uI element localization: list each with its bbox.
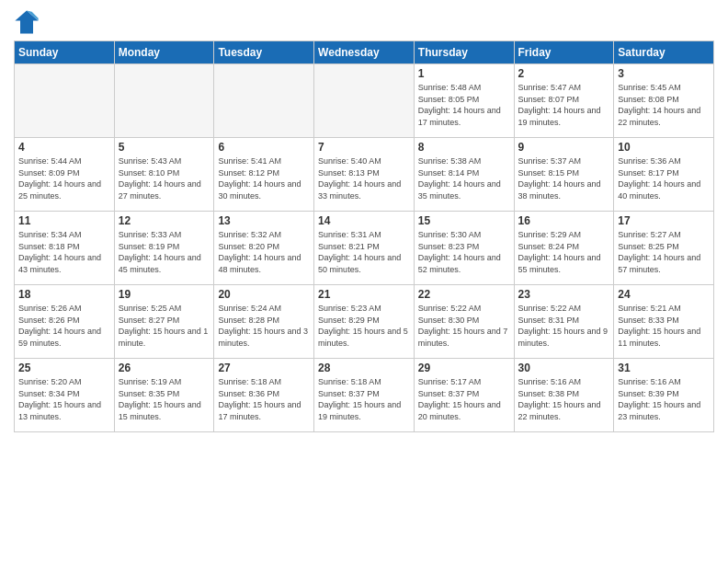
day-info: Sunrise: 5:32 AM Sunset: 8:20 PM Dayligh… <box>218 229 310 275</box>
day-number: 14 <box>318 214 410 227</box>
day-number: 4 <box>18 141 110 154</box>
day-info: Sunrise: 5:29 AM Sunset: 8:24 PM Dayligh… <box>518 229 610 275</box>
col-header-wednesday: Wednesday <box>314 41 415 64</box>
day-number: 7 <box>318 141 410 154</box>
day-info: Sunrise: 5:36 AM Sunset: 8:17 PM Dayligh… <box>618 155 710 201</box>
day-number: 21 <box>318 288 410 301</box>
day-info: Sunrise: 5:23 AM Sunset: 8:29 PM Dayligh… <box>318 303 410 349</box>
col-header-monday: Monday <box>114 41 214 64</box>
calendar-cell: 19Sunrise: 5:25 AM Sunset: 8:27 PM Dayli… <box>114 285 214 359</box>
calendar-cell <box>214 64 314 138</box>
week-row-4: 18Sunrise: 5:26 AM Sunset: 8:26 PM Dayli… <box>15 285 714 359</box>
day-info: Sunrise: 5:18 AM Sunset: 8:36 PM Dayligh… <box>218 376 310 422</box>
day-info: Sunrise: 5:24 AM Sunset: 8:28 PM Dayligh… <box>218 303 310 349</box>
col-header-thursday: Thursday <box>414 41 514 64</box>
calendar-cell: 21Sunrise: 5:23 AM Sunset: 8:29 PM Dayli… <box>314 285 415 359</box>
calendar-cell: 14Sunrise: 5:31 AM Sunset: 8:21 PM Dayli… <box>314 212 415 285</box>
calendar-table: SundayMondayTuesdayWednesdayThursdayFrid… <box>14 40 714 432</box>
calendar-cell: 7Sunrise: 5:40 AM Sunset: 8:13 PM Daylig… <box>314 138 415 212</box>
day-info: Sunrise: 5:25 AM Sunset: 8:27 PM Dayligh… <box>119 303 210 349</box>
day-number: 9 <box>518 141 610 154</box>
day-number: 30 <box>518 362 610 374</box>
calendar-cell: 3Sunrise: 5:45 AM Sunset: 8:08 PM Daylig… <box>614 64 714 138</box>
calendar-cell <box>15 64 115 138</box>
day-info: Sunrise: 5:38 AM Sunset: 8:14 PM Dayligh… <box>418 155 510 201</box>
day-number: 24 <box>618 288 710 301</box>
page: SundayMondayTuesdayWednesdayThursdayFrid… <box>0 0 728 563</box>
calendar-cell: 12Sunrise: 5:33 AM Sunset: 8:19 PM Dayli… <box>114 212 214 285</box>
day-number: 29 <box>418 362 510 374</box>
calendar-cell: 20Sunrise: 5:24 AM Sunset: 8:28 PM Dayli… <box>214 285 314 359</box>
calendar-cell: 16Sunrise: 5:29 AM Sunset: 8:24 PM Dayli… <box>514 212 614 285</box>
calendar-cell: 6Sunrise: 5:41 AM Sunset: 8:12 PM Daylig… <box>214 138 314 212</box>
day-info: Sunrise: 5:30 AM Sunset: 8:23 PM Dayligh… <box>418 229 510 275</box>
calendar-cell: 13Sunrise: 5:32 AM Sunset: 8:20 PM Dayli… <box>214 212 314 285</box>
day-number: 10 <box>618 141 710 154</box>
col-header-sunday: Sunday <box>15 41 115 64</box>
day-info: Sunrise: 5:41 AM Sunset: 8:12 PM Dayligh… <box>218 155 310 201</box>
col-header-tuesday: Tuesday <box>214 41 314 64</box>
day-number: 17 <box>618 214 710 227</box>
day-number: 16 <box>518 214 610 227</box>
day-info: Sunrise: 5:26 AM Sunset: 8:26 PM Dayligh… <box>18 303 110 349</box>
calendar-cell: 9Sunrise: 5:37 AM Sunset: 8:15 PM Daylig… <box>514 138 614 212</box>
day-info: Sunrise: 5:33 AM Sunset: 8:19 PM Dayligh… <box>119 229 210 275</box>
day-info: Sunrise: 5:17 AM Sunset: 8:37 PM Dayligh… <box>418 376 510 422</box>
calendar-cell: 2Sunrise: 5:47 AM Sunset: 8:07 PM Daylig… <box>514 64 614 138</box>
calendar-cell: 11Sunrise: 5:34 AM Sunset: 8:18 PM Dayli… <box>15 212 115 285</box>
day-info: Sunrise: 5:45 AM Sunset: 8:08 PM Dayligh… <box>618 82 710 128</box>
calendar-cell: 25Sunrise: 5:20 AM Sunset: 8:34 PM Dayli… <box>15 359 115 432</box>
week-row-2: 4Sunrise: 5:44 AM Sunset: 8:09 PM Daylig… <box>15 138 714 212</box>
day-number: 11 <box>18 214 110 227</box>
calendar-cell: 5Sunrise: 5:43 AM Sunset: 8:10 PM Daylig… <box>114 138 214 212</box>
day-info: Sunrise: 5:21 AM Sunset: 8:33 PM Dayligh… <box>618 303 710 349</box>
day-info: Sunrise: 5:34 AM Sunset: 8:18 PM Dayligh… <box>18 229 110 275</box>
calendar-cell: 28Sunrise: 5:18 AM Sunset: 8:37 PM Dayli… <box>314 359 415 432</box>
svg-marker-0 <box>15 10 38 33</box>
day-info: Sunrise: 5:22 AM Sunset: 8:30 PM Dayligh… <box>418 303 510 349</box>
day-number: 5 <box>119 141 210 154</box>
calendar-cell <box>114 64 214 138</box>
day-info: Sunrise: 5:22 AM Sunset: 8:31 PM Dayligh… <box>518 303 610 349</box>
day-number: 19 <box>119 288 210 301</box>
calendar-cell: 1Sunrise: 5:48 AM Sunset: 8:05 PM Daylig… <box>414 64 514 138</box>
day-info: Sunrise: 5:18 AM Sunset: 8:37 PM Dayligh… <box>318 376 410 422</box>
calendar-cell: 30Sunrise: 5:16 AM Sunset: 8:38 PM Dayli… <box>514 359 614 432</box>
day-number: 1 <box>418 67 510 80</box>
calendar-cell: 18Sunrise: 5:26 AM Sunset: 8:26 PM Dayli… <box>15 285 115 359</box>
day-number: 27 <box>218 362 310 374</box>
calendar-cell <box>314 64 415 138</box>
calendar-cell: 31Sunrise: 5:16 AM Sunset: 8:39 PM Dayli… <box>614 359 714 432</box>
col-header-friday: Friday <box>514 41 614 64</box>
day-number: 15 <box>418 214 510 227</box>
day-info: Sunrise: 5:16 AM Sunset: 8:38 PM Dayligh… <box>518 376 610 422</box>
day-number: 8 <box>418 141 510 154</box>
calendar-cell: 23Sunrise: 5:22 AM Sunset: 8:31 PM Dayli… <box>514 285 614 359</box>
week-row-1: 1Sunrise: 5:48 AM Sunset: 8:05 PM Daylig… <box>15 64 714 138</box>
calendar-cell: 24Sunrise: 5:21 AM Sunset: 8:33 PM Dayli… <box>614 285 714 359</box>
day-number: 23 <box>518 288 610 301</box>
calendar-cell: 10Sunrise: 5:36 AM Sunset: 8:17 PM Dayli… <box>614 138 714 212</box>
day-number: 2 <box>518 67 610 80</box>
day-number: 13 <box>218 214 310 227</box>
col-header-saturday: Saturday <box>614 41 714 64</box>
day-number: 6 <box>218 141 310 154</box>
day-number: 3 <box>618 67 710 80</box>
day-number: 26 <box>119 362 210 374</box>
day-info: Sunrise: 5:37 AM Sunset: 8:15 PM Dayligh… <box>518 155 610 201</box>
day-info: Sunrise: 5:48 AM Sunset: 8:05 PM Dayligh… <box>418 82 510 128</box>
week-row-5: 25Sunrise: 5:20 AM Sunset: 8:34 PM Dayli… <box>15 359 714 432</box>
calendar-cell: 27Sunrise: 5:18 AM Sunset: 8:36 PM Dayli… <box>214 359 314 432</box>
day-info: Sunrise: 5:43 AM Sunset: 8:10 PM Dayligh… <box>119 155 210 201</box>
day-info: Sunrise: 5:47 AM Sunset: 8:07 PM Dayligh… <box>518 82 610 128</box>
header <box>14 9 714 35</box>
day-info: Sunrise: 5:19 AM Sunset: 8:35 PM Dayligh… <box>119 376 210 422</box>
day-number: 20 <box>218 288 310 301</box>
calendar-cell: 17Sunrise: 5:27 AM Sunset: 8:25 PM Dayli… <box>614 212 714 285</box>
calendar-cell: 26Sunrise: 5:19 AM Sunset: 8:35 PM Dayli… <box>114 359 214 432</box>
day-info: Sunrise: 5:27 AM Sunset: 8:25 PM Dayligh… <box>618 229 710 275</box>
day-number: 18 <box>18 288 110 301</box>
day-number: 31 <box>618 362 710 374</box>
calendar-cell: 8Sunrise: 5:38 AM Sunset: 8:14 PM Daylig… <box>414 138 514 212</box>
day-number: 25 <box>18 362 110 374</box>
